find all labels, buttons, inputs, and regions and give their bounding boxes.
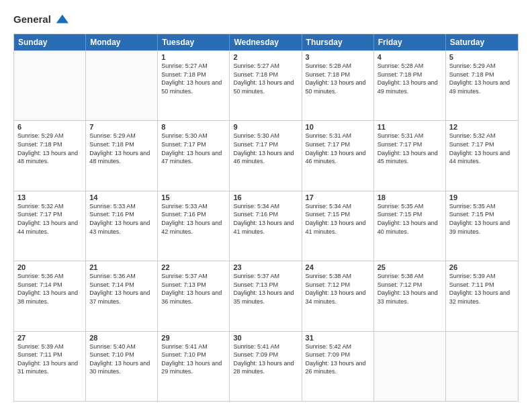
cell-day-number: 1 [161,53,226,61]
calendar-cell: 8Sunrise: 5:30 AMSunset: 7:17 PMDaylight… [158,121,230,190]
cell-day-number: 8 [161,123,226,131]
cell-day-number: 19 [449,193,515,201]
calendar-cell: 15Sunrise: 5:33 AMSunset: 7:16 PMDayligh… [158,191,230,261]
cell-info: Sunrise: 5:39 AMSunset: 7:11 PMDaylight:… [17,342,82,376]
cell-info: Sunrise: 5:37 AMSunset: 7:13 PMDaylight:… [161,272,226,306]
header: General [13,12,519,27]
cell-info: Sunrise: 5:34 AMSunset: 7:15 PMDaylight:… [306,202,370,236]
calendar-header-cell: Monday [86,34,158,50]
cell-day-number: 21 [89,263,154,271]
calendar-cell: 13Sunrise: 5:32 AMSunset: 7:17 PMDayligh… [14,191,86,261]
calendar-cell: 14Sunrise: 5:33 AMSunset: 7:16 PMDayligh… [86,191,158,261]
cell-day-number: 25 [378,263,442,271]
calendar-cell: 9Sunrise: 5:30 AMSunset: 7:17 PMDaylight… [230,121,302,190]
cell-day-number: 7 [89,123,154,131]
calendar-cell: 28Sunrise: 5:40 AMSunset: 7:10 PMDayligh… [86,332,158,401]
cell-info: Sunrise: 5:36 AMSunset: 7:14 PMDaylight:… [17,272,82,306]
cell-info: Sunrise: 5:31 AMSunset: 7:17 PMDaylight:… [306,132,370,165]
cell-info: Sunrise: 5:32 AMSunset: 7:17 PMDaylight:… [449,132,515,165]
cell-info: Sunrise: 5:30 AMSunset: 7:17 PMDaylight:… [161,132,226,165]
cell-day-number: 28 [89,334,154,342]
cell-day-number: 24 [306,263,370,271]
calendar-cell: 2Sunrise: 5:27 AMSunset: 7:18 PMDaylight… [230,51,302,120]
cell-info: Sunrise: 5:35 AMSunset: 7:15 PMDaylight:… [378,202,442,236]
cell-info: Sunrise: 5:28 AMSunset: 7:18 PMDaylight:… [306,62,370,95]
cell-day-number: 10 [306,123,370,131]
calendar-header-cell: Tuesday [158,34,230,50]
calendar-cell: 11Sunrise: 5:31 AMSunset: 7:17 PMDayligh… [374,121,446,190]
cell-info: Sunrise: 5:28 AMSunset: 7:18 PMDaylight:… [378,62,442,95]
calendar-cell: 5Sunrise: 5:29 AMSunset: 7:18 PMDaylight… [446,51,518,120]
svg-marker-0 [56,15,69,24]
cell-day-number: 14 [89,193,154,201]
calendar-cell: 19Sunrise: 5:35 AMSunset: 7:15 PMDayligh… [446,191,518,261]
cell-day-number: 30 [233,334,298,342]
cell-info: Sunrise: 5:38 AMSunset: 7:12 PMDaylight:… [306,272,370,306]
calendar-cell: 24Sunrise: 5:38 AMSunset: 7:12 PMDayligh… [302,261,374,330]
cell-day-number: 4 [378,53,442,61]
cell-day-number: 2 [233,53,298,61]
cell-info: Sunrise: 5:32 AMSunset: 7:17 PMDaylight:… [17,202,82,236]
calendar-row: 13Sunrise: 5:32 AMSunset: 7:17 PMDayligh… [14,191,518,261]
calendar-cell: 16Sunrise: 5:34 AMSunset: 7:16 PMDayligh… [230,191,302,261]
calendar-cell: 10Sunrise: 5:31 AMSunset: 7:17 PMDayligh… [302,121,374,190]
cell-info: Sunrise: 5:29 AMSunset: 7:18 PMDaylight:… [89,132,154,165]
cell-day-number: 18 [378,193,442,201]
cell-info: Sunrise: 5:35 AMSunset: 7:15 PMDaylight:… [449,202,515,236]
cell-info: Sunrise: 5:39 AMSunset: 7:11 PMDaylight:… [449,272,515,306]
logo-icon [54,12,69,27]
calendar-header-cell: Saturday [446,34,518,50]
cell-info: Sunrise: 5:29 AMSunset: 7:18 PMDaylight:… [17,132,82,165]
cell-day-number: 15 [161,193,226,201]
calendar-header-row: SundayMondayTuesdayWednesdayThursdayFrid… [14,34,518,50]
page: General SundayMondayTuesdayWednesdayThur… [0,0,532,411]
calendar-body: 1Sunrise: 5:27 AMSunset: 7:18 PMDaylight… [14,50,518,401]
calendar-row: 20Sunrise: 5:36 AMSunset: 7:14 PMDayligh… [14,261,518,330]
cell-info: Sunrise: 5:41 AMSunset: 7:10 PMDaylight:… [161,342,226,376]
cell-info: Sunrise: 5:34 AMSunset: 7:16 PMDaylight:… [233,202,298,236]
calendar-header-cell: Friday [374,34,446,50]
cell-info: Sunrise: 5:30 AMSunset: 7:17 PMDaylight:… [233,132,298,165]
calendar-cell: 26Sunrise: 5:39 AMSunset: 7:11 PMDayligh… [446,261,518,330]
logo: General [13,12,69,27]
cell-day-number: 22 [161,263,226,271]
calendar-cell: 25Sunrise: 5:38 AMSunset: 7:12 PMDayligh… [374,261,446,330]
calendar: SundayMondayTuesdayWednesdayThursdayFrid… [13,34,519,402]
calendar-cell: 22Sunrise: 5:37 AMSunset: 7:13 PMDayligh… [158,261,230,330]
cell-day-number: 5 [449,53,515,61]
calendar-cell: 1Sunrise: 5:27 AMSunset: 7:18 PMDaylight… [158,51,230,120]
cell-info: Sunrise: 5:41 AMSunset: 7:09 PMDaylight:… [233,342,298,376]
cell-day-number: 23 [233,263,298,271]
calendar-row: 6Sunrise: 5:29 AMSunset: 7:18 PMDaylight… [14,120,518,190]
cell-info: Sunrise: 5:29 AMSunset: 7:18 PMDaylight:… [449,62,515,95]
cell-day-number: 9 [233,123,298,131]
calendar-cell [374,332,446,401]
calendar-cell [446,332,518,401]
calendar-header-cell: Sunday [14,34,86,50]
calendar-cell [86,51,158,120]
cell-info: Sunrise: 5:27 AMSunset: 7:18 PMDaylight:… [161,62,226,95]
calendar-header-cell: Thursday [302,34,374,50]
cell-info: Sunrise: 5:27 AMSunset: 7:18 PMDaylight:… [233,62,298,95]
cell-day-number: 3 [306,53,370,61]
calendar-cell: 3Sunrise: 5:28 AMSunset: 7:18 PMDaylight… [302,51,374,120]
cell-info: Sunrise: 5:40 AMSunset: 7:10 PMDaylight:… [89,342,154,376]
calendar-row: 1Sunrise: 5:27 AMSunset: 7:18 PMDaylight… [14,50,518,120]
calendar-cell: 23Sunrise: 5:37 AMSunset: 7:13 PMDayligh… [230,261,302,330]
calendar-cell: 7Sunrise: 5:29 AMSunset: 7:18 PMDaylight… [86,121,158,190]
calendar-cell: 18Sunrise: 5:35 AMSunset: 7:15 PMDayligh… [374,191,446,261]
calendar-cell: 29Sunrise: 5:41 AMSunset: 7:10 PMDayligh… [158,332,230,401]
calendar-cell: 27Sunrise: 5:39 AMSunset: 7:11 PMDayligh… [14,332,86,401]
calendar-cell: 12Sunrise: 5:32 AMSunset: 7:17 PMDayligh… [446,121,518,190]
calendar-cell [14,51,86,120]
cell-day-number: 11 [378,123,442,131]
cell-day-number: 12 [449,123,515,131]
calendar-cell: 21Sunrise: 5:36 AMSunset: 7:14 PMDayligh… [86,261,158,330]
cell-day-number: 16 [233,193,298,201]
cell-info: Sunrise: 5:38 AMSunset: 7:12 PMDaylight:… [378,272,442,306]
cell-day-number: 20 [17,263,82,271]
cell-info: Sunrise: 5:37 AMSunset: 7:13 PMDaylight:… [233,272,298,306]
cell-info: Sunrise: 5:31 AMSunset: 7:17 PMDaylight:… [378,132,442,165]
calendar-header-cell: Wednesday [230,34,302,50]
cell-info: Sunrise: 5:42 AMSunset: 7:09 PMDaylight:… [306,342,370,376]
